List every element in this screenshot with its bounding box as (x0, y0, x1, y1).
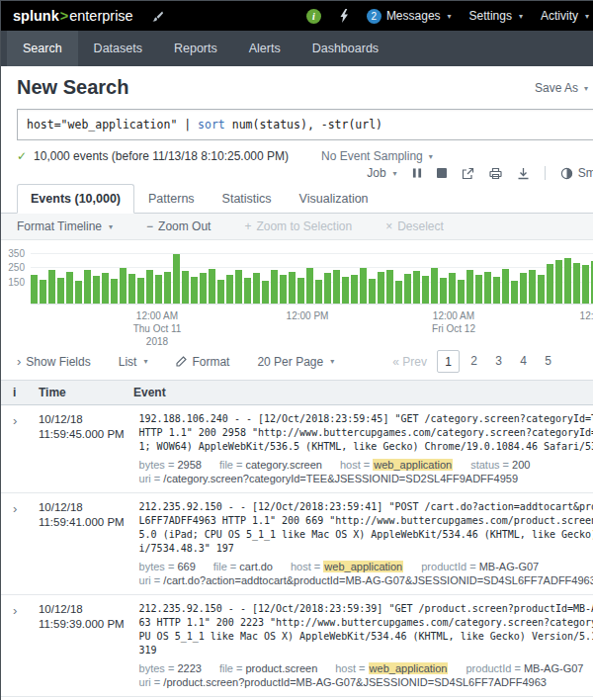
field-name[interactable]: host (340, 459, 361, 471)
timeline-bar[interactable] (360, 268, 367, 304)
search-input[interactable]: host="web_application" | sort num(status… (17, 109, 593, 140)
timeline-bar[interactable] (48, 270, 55, 304)
timeline-bar[interactable] (573, 263, 580, 304)
appnav-item-datasets[interactable]: Datasets (78, 31, 158, 66)
stop-button[interactable] (437, 168, 447, 178)
format-timeline-dropdown[interactable]: Format Timeline ▾ (17, 219, 113, 233)
zoom-out-button[interactable]: − Zoom Out (146, 219, 211, 233)
timeline-bar[interactable] (226, 275, 233, 304)
timeline-bar[interactable] (564, 258, 571, 304)
timeline-bar[interactable] (351, 275, 358, 304)
field-name[interactable]: bytes (139, 662, 165, 674)
save-as-button[interactable]: Save As ▾ (535, 76, 588, 95)
timeline-bar[interactable] (191, 277, 198, 304)
field-value[interactable]: /category.screen?categoryId=TEE&JSESSION… (163, 473, 518, 484)
timeline-bar[interactable] (378, 272, 384, 304)
timeline-bar[interactable] (128, 274, 135, 304)
timeline-bar[interactable] (493, 277, 500, 304)
field-value[interactable]: web_application (323, 561, 403, 572)
tab-visualization[interactable]: Visualization (286, 184, 382, 214)
event-sampling-dropdown[interactable]: No Event Sampling ▾ (321, 149, 433, 163)
field-name[interactable]: productId (466, 662, 511, 674)
share-button[interactable] (462, 167, 474, 180)
field-name[interactable]: status (470, 459, 499, 471)
event-time-cell[interactable]: 10/12/1811:59:45.000 PM (39, 405, 139, 492)
timeline-bar[interactable] (280, 275, 287, 304)
field-name[interactable]: productId (421, 561, 466, 572)
pause-button[interactable] (412, 167, 422, 179)
format-results-button[interactable]: Format (175, 355, 229, 369)
timeline-bar[interactable] (289, 272, 296, 304)
field-name[interactable]: bytes (139, 459, 165, 471)
zoom-to-selection-button[interactable]: + Zoom to Selection (244, 219, 352, 233)
field-value[interactable]: 669 (177, 561, 195, 572)
show-fields-toggle[interactable]: › Show Fields (17, 354, 91, 369)
timeline-bar[interactable] (217, 280, 224, 304)
list-view-dropdown[interactable]: List ▾ (119, 355, 148, 369)
timeline-bar[interactable] (538, 275, 545, 304)
timeline-bar[interactable] (146, 270, 153, 304)
field-value[interactable]: 2958 (177, 459, 201, 471)
field-value[interactable]: cart.do (239, 561, 273, 572)
tab-statistics[interactable]: Statistics (209, 184, 286, 214)
timeline-bar[interactable] (342, 277, 349, 304)
field-name[interactable]: host (335, 662, 356, 674)
timeline-bar[interactable] (75, 281, 82, 304)
timeline-bar[interactable] (466, 270, 473, 304)
timeline-bar[interactable] (458, 280, 465, 304)
field-name[interactable]: file (219, 662, 233, 674)
page-button-2[interactable]: 2 (464, 350, 484, 371)
event-time-cell[interactable]: 10/12/1811:59:39.000 PM (39, 595, 139, 696)
appnav-item-search[interactable]: Search (7, 31, 78, 66)
deselect-button[interactable]: × Deselect (385, 219, 444, 233)
timeline-bar[interactable] (173, 254, 180, 304)
timeline-bar[interactable] (529, 270, 536, 304)
info-icon[interactable]: i (306, 9, 321, 24)
page-button-5[interactable]: 5 (538, 350, 558, 371)
field-name[interactable]: uri (139, 473, 151, 484)
timeline-bar[interactable] (209, 269, 215, 304)
timeline-bar[interactable] (555, 260, 562, 304)
timeline-bar[interactable] (324, 273, 331, 304)
bolt-icon[interactable] (339, 9, 349, 23)
appnav-item-alerts[interactable]: Alerts (233, 31, 296, 66)
timeline-bar[interactable] (315, 280, 322, 304)
activity-menu[interactable]: Activity ▾ (541, 9, 589, 23)
field-value[interactable]: web_application (369, 662, 449, 674)
timeline-bar[interactable] (422, 276, 429, 304)
field-name[interactable]: bytes (139, 561, 165, 572)
timeline-bar[interactable] (66, 272, 73, 304)
field-value[interactable]: product.screen (245, 662, 317, 674)
timeline-bar[interactable] (369, 279, 376, 304)
timeline-bar[interactable] (297, 278, 304, 304)
job-dropdown[interactable]: Job ▾ (367, 166, 396, 180)
timeline-bar[interactable] (502, 269, 509, 304)
timeline-bar[interactable] (333, 270, 340, 304)
page-button-4[interactable]: 4 (513, 350, 534, 371)
timeline-bar[interactable] (182, 271, 189, 304)
timeline-bar[interactable] (582, 265, 589, 304)
timeline-bar[interactable] (164, 272, 171, 304)
expand-chevron-icon[interactable]: › (13, 413, 17, 428)
tab-patterns[interactable]: Patterns (134, 184, 209, 214)
timeline-bar[interactable] (484, 272, 491, 304)
expand-chevron-icon[interactable]: › (13, 501, 17, 516)
timeline-bar[interactable] (449, 273, 456, 304)
timeline-bar[interactable] (404, 274, 411, 304)
per-page-dropdown[interactable]: 20 Per Page ▾ (257, 355, 334, 369)
timeline-bar[interactable] (235, 270, 242, 304)
timeline-bar[interactable] (40, 280, 46, 304)
field-value[interactable]: category.screen (245, 459, 321, 471)
app-icon[interactable] (151, 10, 164, 23)
field-name[interactable]: host (291, 561, 311, 572)
expand-chevron-icon[interactable]: › (13, 603, 17, 618)
field-value[interactable]: web_application (373, 459, 453, 471)
event-time-cell[interactable]: 10/12/1811:59:41.000 PM (39, 493, 139, 594)
settings-menu[interactable]: Settings ▾ (469, 9, 523, 23)
timeline-bar[interactable] (102, 273, 109, 304)
timeline-bar[interactable] (31, 275, 38, 304)
timeline-bar[interactable] (413, 271, 420, 304)
timeline-bar[interactable] (84, 270, 91, 304)
timeline-bar[interactable] (262, 281, 269, 304)
field-name[interactable]: uri (139, 574, 151, 586)
